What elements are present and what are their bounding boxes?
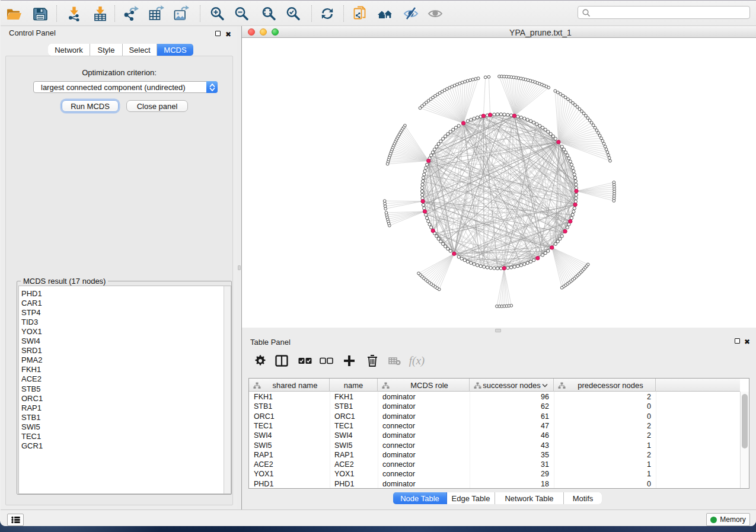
- export-table-button[interactable]: [146, 5, 166, 23]
- table-row[interactable]: FKH1FKH1dominator962: [249, 392, 740, 402]
- tab-edge-table[interactable]: Edge Table: [447, 492, 495, 504]
- column-header-successor-nodes[interactable]: successor nodes: [470, 379, 554, 392]
- check-pair-icon: [298, 357, 312, 364]
- mcds-result-item[interactable]: ORC1: [21, 394, 43, 403]
- column-header-name[interactable]: name: [330, 379, 378, 392]
- float-table-panel-icon[interactable]: [735, 338, 740, 344]
- mcds-result-item[interactable]: STB1: [21, 413, 41, 422]
- mcds-result-item[interactable]: STP4: [21, 308, 41, 318]
- table-scrollbar-thumb[interactable]: [742, 394, 748, 448]
- mcds-result-title: MCDS result (17 nodes): [21, 277, 108, 286]
- zoom-selected-button[interactable]: [283, 5, 303, 23]
- cell-successor-nodes: 29: [470, 469, 549, 479]
- import-table-button[interactable]: [90, 5, 110, 23]
- tab-network-table[interactable]: Network Table: [495, 492, 564, 504]
- cell-shared-name: SWI5: [254, 441, 272, 450]
- run-mcds-button[interactable]: Run MCDS: [62, 100, 119, 112]
- mcds-result-item[interactable]: RAP1: [21, 403, 42, 413]
- zoom-fit-icon: [260, 5, 277, 22]
- tab-select[interactable]: Select: [123, 44, 157, 56]
- mcds-result-list[interactable]: PHD1CAR1STP4TID3YOX1SWI4SRD1PMA2FKH1ACE2…: [18, 286, 231, 494]
- float-panel-icon[interactable]: [215, 31, 221, 36]
- window-close-icon[interactable]: [248, 28, 255, 36]
- column-header-predecessor-nodes[interactable]: predecessor nodes: [554, 379, 656, 392]
- hide-selected-button[interactable]: [401, 5, 421, 23]
- close-panel-icon[interactable]: ✖: [225, 31, 231, 37]
- show-all-button[interactable]: [425, 5, 445, 23]
- vertical-splitter-grip[interactable]: [238, 265, 241, 270]
- table-row[interactable]: TEC1TEC1connector472: [249, 421, 740, 431]
- mcds-result-item[interactable]: SWI5: [21, 422, 40, 432]
- zoom-in-button[interactable]: [207, 5, 227, 23]
- import-network-button[interactable]: [64, 5, 84, 23]
- close-panel-button[interactable]: Close panel: [126, 100, 188, 112]
- node-table: shared namename MCDS role successor node…: [248, 378, 749, 489]
- mcds-result-item[interactable]: TID3: [21, 318, 38, 327]
- search-input[interactable]: [591, 7, 749, 18]
- tab-network[interactable]: Network: [48, 44, 90, 56]
- mcds-result-item[interactable]: GCR1: [21, 441, 43, 451]
- mcds-result-item[interactable]: SWI4: [21, 336, 40, 346]
- show-columns-button[interactable]: [273, 352, 291, 370]
- horizontal-splitter-grip[interactable]: [495, 329, 501, 332]
- column-header-label: MCDS role: [410, 381, 448, 390]
- mcds-result-item[interactable]: PMA2: [21, 355, 42, 365]
- table-row[interactable]: PHD1PHD1dominator180: [249, 479, 740, 489]
- table-scrollbar[interactable]: [740, 392, 749, 488]
- mcds-result-item[interactable]: YOX1: [21, 327, 42, 336]
- export-network-button[interactable]: [120, 5, 141, 23]
- table-row[interactable]: YOX1YOX1connector291: [249, 469, 740, 479]
- mcds-result-item[interactable]: SRD1: [21, 346, 42, 355]
- mcds-result-item[interactable]: FKH1: [21, 365, 41, 374]
- close-table-panel-icon[interactable]: ✖: [744, 339, 750, 345]
- zoom-out-button[interactable]: [231, 5, 251, 23]
- import-network-icon: [66, 5, 82, 22]
- window-minimize-icon[interactable]: [260, 28, 267, 36]
- select-all-button[interactable]: [296, 352, 314, 370]
- main-toolbar: [1, 0, 756, 26]
- window-zoom-icon[interactable]: [272, 28, 279, 36]
- table-grid-line: [330, 392, 330, 488]
- column-header-label: successor nodes: [483, 381, 541, 390]
- tab-node-table[interactable]: Node Table: [393, 492, 447, 504]
- table-options-button[interactable]: [251, 352, 269, 370]
- mcds-result-item[interactable]: PHD1: [21, 289, 42, 299]
- optimization-criterion-label: Optimization criterion:: [6, 68, 232, 77]
- table-row[interactable]: ORC1ORC1dominator610: [249, 412, 740, 421]
- open-session-button[interactable]: [4, 5, 24, 23]
- table-row[interactable]: SWI5SWI5connector431: [249, 441, 740, 450]
- refresh-button[interactable]: [317, 5, 337, 23]
- mcds-result-item[interactable]: ACE2: [21, 374, 42, 384]
- mcds-result-item[interactable]: CAR1: [21, 299, 42, 308]
- table-row[interactable]: STB1STB1dominator620: [249, 402, 740, 411]
- mcds-result-item[interactable]: TEC1: [21, 432, 41, 441]
- horizontal-splitter[interactable]: [242, 328, 756, 335]
- column-header-shared-name[interactable]: shared name: [249, 379, 330, 392]
- network-canvas[interactable]: [242, 38, 756, 328]
- mcds-result-item[interactable]: STB5: [21, 384, 41, 394]
- criterion-dropdown[interactable]: largest connected component (undirected): [33, 81, 218, 93]
- memory-button[interactable]: Memory: [706, 513, 750, 526]
- column-header-MCDS-role[interactable]: MCDS role: [378, 379, 470, 392]
- mcds-list-scrollbar[interactable]: [224, 286, 231, 493]
- eye-icon: [427, 5, 444, 22]
- panel-menu-button[interactable]: [7, 514, 24, 526]
- cell-successor-nodes: 46: [470, 431, 549, 440]
- first-neighbors-button[interactable]: [375, 5, 395, 23]
- add-column-button[interactable]: [340, 352, 358, 370]
- unselect-all-button[interactable]: [317, 352, 335, 370]
- tab-style[interactable]: Style: [90, 44, 123, 56]
- tab-mcds[interactable]: MCDS: [157, 44, 193, 56]
- table-row[interactable]: SWI4SWI4dominator462: [249, 431, 740, 440]
- tab-motifs[interactable]: Motifs: [564, 492, 602, 504]
- node-table-header: shared namename MCDS role successor node…: [249, 379, 740, 392]
- network-view-title: YPA_prune.txt_1: [283, 28, 756, 37]
- copy-style-button[interactable]: [350, 5, 371, 23]
- delete-column-button[interactable]: [363, 352, 381, 370]
- export-image-button[interactable]: [171, 5, 191, 23]
- table-row[interactable]: ACE2ACE2connector311: [249, 460, 740, 469]
- table-row[interactable]: RAP1RAP1dominator352: [249, 450, 740, 460]
- save-session-button[interactable]: [30, 5, 50, 23]
- vertical-splitter[interactable]: [237, 26, 241, 509]
- zoom-fit-button[interactable]: [259, 5, 279, 23]
